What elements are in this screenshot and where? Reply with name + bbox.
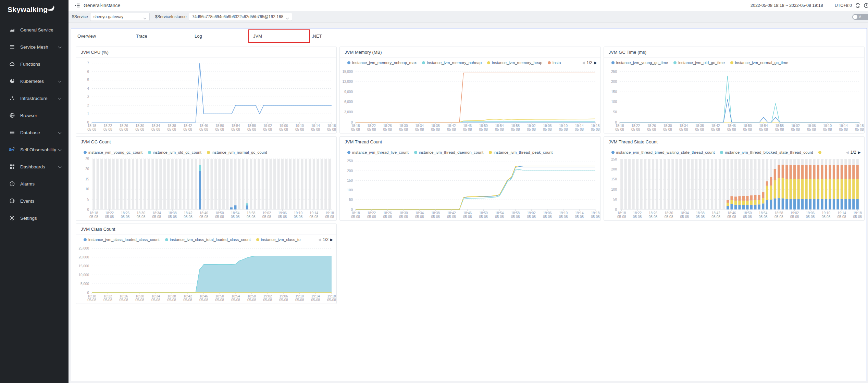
svg-text:25: 25 [85, 157, 89, 161]
legend-next-icon[interactable]: ▶ [858, 150, 861, 155]
legend-item[interactable]: instance_jvm_normal_gc_time [730, 61, 788, 65]
chart-canvas: 0123456718:1805-0818:2205-0818:2605-0818… [76, 58, 336, 133]
svg-text:18:4605-08: 18:4605-08 [727, 211, 736, 219]
svg-text:15,000: 15,000 [343, 70, 353, 74]
legend-dot-icon [347, 151, 350, 154]
svg-text:18:2205-08: 18:2205-08 [367, 211, 376, 219]
sidebar-item-label: Settings [20, 216, 37, 221]
sidebar-item-settings[interactable]: Settings [0, 209, 69, 227]
chart-card-jvm-class-count: JVM Class Countinstance_jvm_class_loaded… [76, 224, 337, 304]
svg-text:19:1405-08: 19:1405-08 [837, 211, 846, 219]
legend-prev-icon[interactable]: ◀ [846, 150, 848, 155]
legend-next-icon[interactable]: ▶ [330, 238, 333, 242]
legend-prev-icon[interactable]: ◀ [318, 238, 321, 242]
legend-item[interactable]: instance_jvm_old_gc_time [673, 61, 725, 65]
svg-text:10,000: 10,000 [78, 273, 89, 277]
legend-item[interactable]: instance_jvm_thread_live_count [347, 150, 408, 154]
sidebar-item-label: Events [20, 199, 34, 204]
sidebar-item-browser[interactable]: Browser [0, 107, 69, 124]
svg-text:18:2605-08: 18:2605-08 [121, 211, 130, 219]
legend-label: instance_jvm_thread_blocked_state_thread… [725, 150, 813, 154]
sidebar-item-kubernetes[interactable]: Kubernetes [0, 73, 69, 90]
svg-text:18:4605-08: 18:4605-08 [463, 211, 472, 219]
sidebar-item-alarms[interactable]: Alarms [0, 175, 69, 192]
legend-item[interactable]: instance_jvm_memory_noheap [422, 61, 482, 65]
svg-text:18:3405-08: 18:3405-08 [680, 211, 689, 219]
instance-select[interactable]: 74d96c778c694c6b9b6322c62d55b765@192.168 [189, 13, 292, 21]
svg-text:19:1405-08: 19:1405-08 [310, 211, 319, 219]
legend-item[interactable]: instance_jvm_young_gc_time [611, 61, 668, 65]
legend-label: instance_jvm_old_gc_time [678, 61, 725, 65]
legend-item[interactable]: instance_jvm_normal_gc_count [207, 150, 267, 154]
chart-title: JVM Thread Count [340, 137, 600, 147]
chart-plot: 05010015020025018:1805-0818:2205-0818:26… [340, 156, 600, 220]
chart-canvas: 03,0006,0009,00012,00015,00018:1805-0818… [340, 66, 600, 133]
legend-label: instance_jvm_normal_gc_count [212, 150, 267, 154]
chevron-down-icon [58, 97, 62, 100]
svg-text:18:4605-08: 18:4605-08 [199, 211, 208, 219]
timezone-label[interactable]: UTC+8:0 [835, 3, 852, 8]
svg-text:5: 5 [87, 78, 89, 82]
svg-text:19:0205-08: 19:0205-08 [263, 124, 272, 131]
legend-page-indicator: 1/2 [851, 150, 856, 155]
svg-text:18:3405-08: 18:3405-08 [679, 124, 688, 131]
legend-item[interactable]: instance_jvm_class_loaded_class_count [84, 238, 160, 242]
svg-text:18:5805-08: 18:5805-08 [775, 124, 784, 131]
sidebar-item-database[interactable]: Database [0, 124, 69, 141]
sidebar-item-dashboards[interactable]: Dashboards [0, 158, 69, 175]
sidebar-item-service-mesh[interactable]: Service Mesh [0, 38, 69, 55]
legend-dot-icon [84, 238, 87, 241]
menu-fold-icon[interactable] [74, 3, 80, 8]
tab-label: Log [195, 34, 202, 39]
refresh-icon[interactable] [855, 3, 860, 8]
edit-mode-toggle[interactable]: V [852, 14, 868, 20]
skywalking-logo: Skywalking [0, 0, 69, 14]
svg-text:19:1405-08: 19:1405-08 [839, 124, 848, 131]
sidebar-item-infrastructure[interactable]: Infrastructure [0, 90, 69, 107]
svg-text:5,000: 5,000 [80, 282, 89, 286]
sidebar-item-label: Service Mesh [20, 44, 48, 50]
chart-title: JVM Class Count [76, 224, 336, 234]
time-range[interactable]: 2022-05-08 18:18 ~ 2022-05-08 19:18 [751, 3, 823, 8]
legend-item[interactable]: instance_jvm_thread_peak_count [489, 150, 553, 154]
svg-text:19:1405-08: 19:1405-08 [311, 294, 320, 302]
legend-item[interactable]: instance_jvm_memory_noheap_max [347, 61, 417, 65]
legend-item[interactable]: instance_jvm_class_total_loaded_class_co… [165, 238, 251, 242]
functions-icon [9, 61, 15, 67]
legend-item[interactable]: instance_jvm_class_to [256, 238, 301, 242]
svg-text:150: 150 [611, 177, 617, 181]
legend-item[interactable]: instance_jvm_old_gc_count [148, 150, 201, 154]
legend-next-icon[interactable]: ▶ [594, 61, 597, 65]
legend-prev-icon[interactable]: ◀ [582, 61, 585, 65]
sidebar-item-self-observability[interactable]: SwSelf Observability [0, 141, 69, 158]
svg-text:20,000: 20,000 [78, 255, 89, 259]
chevron-down-icon [58, 131, 62, 134]
svg-text:18:3805-08: 18:3805-08 [168, 211, 177, 219]
legend-item[interactable]: insta [548, 61, 561, 65]
legend-label: instance_jvm_young_gc_count [88, 150, 142, 154]
sidebar-item-general-service[interactable]: General Service [0, 21, 69, 38]
tab-net[interactable]: .NET [312, 28, 370, 44]
page-title: General-Instance [84, 3, 120, 8]
tab-trace[interactable]: Trace [136, 28, 195, 44]
svg-text:18:2605-08: 18:2605-08 [648, 211, 657, 219]
legend-item[interactable]: instance_jvm_young_gc_count [84, 150, 142, 154]
legend-item[interactable]: instance_jvm_memory_heap [487, 61, 542, 65]
chart-legend: instance_jvm_memory_noheap_maxinstance_j… [340, 58, 600, 66]
clock-icon[interactable] [864, 3, 868, 8]
tab-jvm[interactable]: JVM [253, 28, 312, 44]
chevron-down-icon [286, 16, 289, 21]
service-select[interactable]: shenyu-gateway [90, 13, 150, 21]
tab-overview[interactable]: Overview [77, 28, 136, 44]
tab-log[interactable]: Log [195, 28, 253, 44]
legend-item[interactable] [818, 151, 823, 154]
svg-text:19:1005-08: 19:1005-08 [823, 124, 832, 131]
legend-item[interactable]: instance_jvm_thread_daemon_count [414, 150, 484, 154]
svg-text:18:3005-08: 18:3005-08 [399, 211, 408, 219]
legend-item[interactable]: instance_jvm_thread_timed_waiting_state_… [611, 150, 715, 154]
filter-bar: $Service shenyu-gateway $ServiceInstance… [69, 11, 868, 23]
sidebar-item-functions[interactable]: Functions [0, 55, 69, 73]
legend-item[interactable]: instance_jvm_thread_blocked_state_thread… [720, 150, 813, 154]
sidebar-item-label: General Service [20, 27, 53, 33]
sidebar-item-events[interactable]: Events [0, 192, 69, 209]
